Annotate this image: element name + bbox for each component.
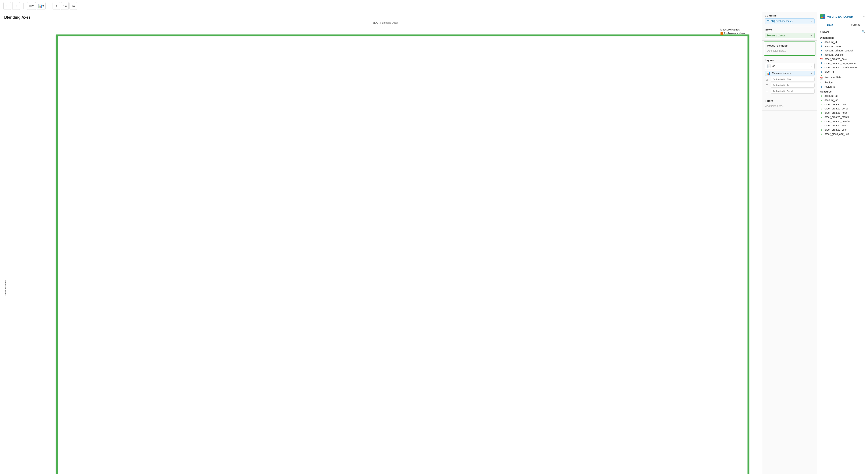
back-button[interactable]: ←	[3, 2, 11, 10]
legend-swatch	[720, 32, 723, 35]
field-order-created-week[interactable]: # order_created_week	[817, 124, 868, 128]
field-region[interactable]: =T Region	[817, 80, 868, 85]
chart-inner: Measure Values Measure Names No Measure …	[4, 26, 758, 474]
chart-type-label: Bar	[771, 65, 775, 68]
tab-format[interactable]: Format	[843, 22, 868, 28]
detail-input[interactable]	[771, 89, 815, 94]
field-account-website[interactable]: T account_website	[817, 53, 868, 57]
hash-icon: #	[820, 41, 823, 43]
field-order-created-hour[interactable]: # order_created_hour	[817, 111, 868, 115]
layer-measure-names[interactable]: 📊 Measure Names ▼	[765, 71, 815, 76]
chart-view-button[interactable]: 📊▾	[37, 2, 45, 10]
field-order-created-quarter[interactable]: # order_created_quarter	[817, 119, 868, 124]
field-account-lon[interactable]: # account_lon	[817, 98, 868, 102]
field-account-lat[interactable]: # account_lat	[817, 94, 868, 98]
field-order-created-dow[interactable]: # order_created_do_w	[817, 106, 868, 111]
T-eq-icon: =T	[820, 81, 823, 84]
view-buttons: ⊞▾ 📊▾	[27, 2, 45, 10]
columns-field-pill[interactable]: YEAR(Purchase Date) ▼	[765, 19, 815, 24]
sort-asc-button[interactable]: ↕	[53, 2, 60, 10]
dimensions-title: Dimensions	[817, 35, 868, 40]
filters-section: Filters Add fields here...	[762, 97, 817, 111]
chart-type-icon: 📊	[767, 64, 771, 68]
field-name: order_created_month	[825, 115, 849, 118]
rows-field-label: Measure Values	[767, 34, 785, 37]
visual-explorer-badge: VISUAL EXPLORER	[820, 14, 853, 19]
chart-svg: 0 2013 2014 2015 2016 2017	[9, 26, 758, 474]
mhash-icon: #	[820, 111, 823, 114]
detail-icon: ⁙	[765, 90, 769, 93]
field-account-name[interactable]: T account_name	[817, 44, 868, 48]
search-icon[interactable]: 🔍	[862, 30, 865, 33]
field-name: order_created_quarter	[825, 120, 850, 123]
forward-button[interactable]: →	[12, 2, 20, 10]
columns-field-arrow: ▼	[810, 20, 812, 23]
svg-rect-16	[823, 17, 825, 18]
cal-eq-icon: =📅	[820, 74, 823, 80]
field-name: account_name	[825, 45, 841, 48]
chart-body: YEAR(Purchase Date) Measure Values Measu…	[0, 22, 762, 474]
ve-arrow[interactable]: ▼	[863, 15, 865, 18]
mhash-icon: #	[820, 129, 823, 131]
field-order-created-month[interactable]: # order_created_month	[817, 115, 868, 119]
field-order-created-day[interactable]: # order_created_day	[817, 102, 868, 106]
data-panel-header: VISUAL EXPLORER ▼	[817, 12, 868, 22]
text-prop-row: T	[765, 83, 815, 88]
legend-item: No Measure Value	[720, 32, 745, 35]
filters-title: Filters	[765, 99, 815, 102]
svg-rect-15	[821, 17, 823, 18]
chart-type-select[interactable]: 📊 Bar ▼	[765, 63, 815, 69]
field-order-id[interactable]: # order_id	[817, 70, 868, 74]
field-name: Purchase Date	[825, 76, 841, 79]
layer-chart-icon: 📊	[767, 72, 770, 75]
nav-buttons: ← →	[3, 2, 20, 10]
columns-section: Columns YEAR(Purchase Date) ▼	[762, 12, 817, 26]
chart-type-arrow: ▼	[810, 65, 812, 67]
size-icon: ◎	[765, 78, 769, 81]
field-order-created-year[interactable]: # order_created_year	[817, 128, 868, 132]
field-purchase-date[interactable]: =📅 Purchase Date	[817, 74, 868, 80]
sort-buttons: ↕ ↑≡ ↓≡	[53, 2, 77, 10]
layers-title: Layers	[765, 59, 815, 62]
T-icon: T	[820, 49, 823, 52]
size-input[interactable]	[771, 77, 815, 82]
text-input[interactable]	[771, 83, 815, 88]
svg-rect-12	[57, 35, 748, 474]
field-name: account_primary_contact	[825, 49, 853, 52]
measure-values-section: Measure Values Add fields here...	[764, 41, 815, 56]
sort-up-button[interactable]: ↑≡	[61, 2, 69, 10]
field-account-primary-contact[interactable]: T account_primary_contact	[817, 48, 868, 53]
layers-section: Layers 📊 Bar ▼ 📊 Measure Names ▼ ◎ T ⁙	[762, 57, 817, 97]
svg-rect-14	[823, 15, 825, 16]
field-account-id[interactable]: # account_id	[817, 40, 868, 44]
field-name: order_created_date	[825, 58, 847, 61]
rows-field-pill[interactable]: Measure Values ▼	[765, 33, 815, 38]
ve-title: VISUAL EXPLORER	[827, 15, 853, 18]
fields-header: FIELDS 🔍	[817, 28, 868, 35]
rows-title: Rows	[765, 28, 815, 32]
field-region-id[interactable]: # region_id	[817, 85, 868, 89]
chart-title: Blending Axes	[0, 12, 762, 22]
field-name: order_gloss_amt_usd	[825, 133, 849, 135]
field-name: region_id	[825, 85, 835, 88]
field-name: order_created_do_w	[825, 107, 848, 110]
field-name: account_lon	[825, 99, 838, 102]
field-order-gloss-amt-usd[interactable]: # order_gloss_amt_usd	[817, 132, 868, 136]
field-name: Region	[825, 81, 833, 84]
grid-view-button[interactable]: ⊞▾	[27, 2, 36, 10]
tab-data[interactable]: Data	[817, 22, 843, 28]
field-order-created-month-name[interactable]: T order_created_month_name	[817, 65, 868, 70]
field-order-created-dow-name[interactable]: T order_created_do_w_name	[817, 61, 868, 65]
measures-title: Measures	[817, 89, 868, 94]
field-name: order_id	[825, 70, 834, 73]
field-name: account_lat	[825, 94, 837, 97]
mhash-icon: #	[820, 116, 823, 118]
mhash-icon: #	[820, 95, 823, 97]
field-order-created-date[interactable]: 📅 order_created_date	[817, 57, 868, 61]
field-name: account_id	[825, 41, 837, 44]
cal-icon: 📅	[820, 58, 823, 61]
hash-icon: #	[820, 70, 823, 73]
sort-down-button[interactable]: ↓≡	[69, 2, 77, 10]
data-tabs: Data Format	[817, 22, 868, 28]
data-panel: VISUAL EXPLORER ▼ Data Format FIELDS 🔍 D…	[817, 12, 868, 474]
